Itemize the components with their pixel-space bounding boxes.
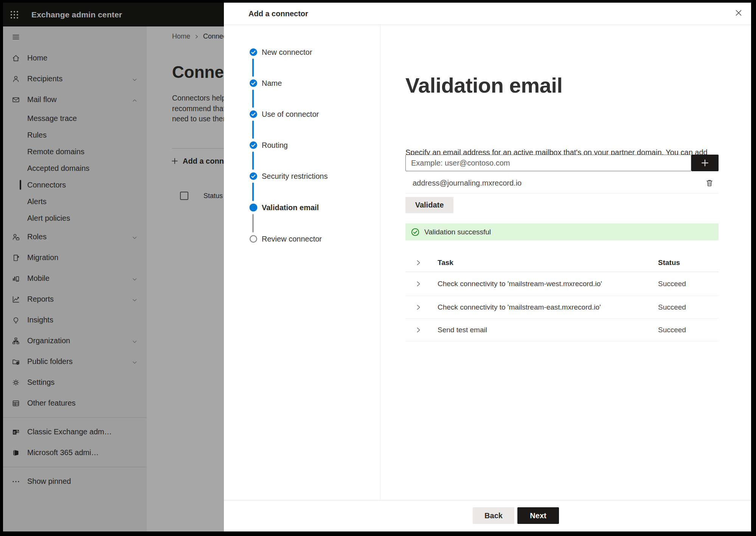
status-cell: Succeed — [658, 280, 686, 288]
table-row[interactable]: Check connectivity to 'mailstream-east.m… — [405, 296, 719, 319]
status-cell: Succeed — [658, 303, 686, 311]
task-cell: Send test email — [438, 326, 487, 334]
chevron-right-icon[interactable] — [415, 327, 422, 333]
panel-header-divider — [224, 25, 751, 25]
section-divider — [405, 193, 719, 194]
task-cell: Check connectivity to 'mailstream-east.m… — [438, 303, 601, 311]
validation-success-banner: Validation successful — [405, 223, 719, 240]
table-row[interactable]: Check connectivity to 'mailstream-west.m… — [405, 272, 719, 296]
plus-icon — [700, 158, 710, 168]
task-column-header: Task — [438, 259, 453, 267]
step-connector-line — [252, 59, 254, 77]
address-value: address@journaling.mxrecord.io — [413, 179, 522, 187]
step-review-connector[interactable]: Review connector — [249, 233, 322, 245]
step-use-of-connector[interactable]: Use of connector — [249, 108, 319, 120]
success-check-icon — [411, 228, 419, 236]
chevron-right-icon[interactable] — [415, 259, 422, 266]
add-connector-panel: Add a connector New connector Name Use o… — [224, 3, 751, 531]
trash-icon — [705, 178, 714, 187]
chevron-right-icon[interactable] — [415, 280, 422, 287]
step-connector-line — [252, 90, 254, 108]
task-cell: Check connectivity to 'mailstream-west.m… — [438, 280, 602, 288]
close-icon — [734, 8, 743, 17]
step-complete-icon — [249, 79, 258, 87]
panel-title: Add a connector — [248, 9, 308, 18]
step-active-icon — [249, 203, 258, 212]
step-connector-line — [252, 214, 254, 232]
chevron-right-icon[interactable] — [415, 304, 422, 311]
close-button[interactable] — [732, 6, 745, 19]
app-window: Exchange admin center Home Recipients Ma… — [3, 3, 751, 531]
next-button[interactable]: Next — [517, 507, 559, 524]
back-button[interactable]: Back — [473, 507, 514, 524]
step-connector-line — [252, 183, 254, 201]
step-routing[interactable]: Routing — [249, 139, 288, 151]
step-security-restrictions[interactable]: Security restrictions — [249, 170, 328, 182]
status-column-header: Status — [658, 259, 680, 267]
step-complete-icon — [249, 141, 258, 149]
step-validation-email[interactable]: Validation email — [249, 201, 319, 214]
email-address-input[interactable] — [405, 155, 691, 171]
panel-heading: Validation email — [405, 73, 562, 98]
table-header-row: Task Status — [405, 253, 719, 272]
success-message: Validation successful — [424, 228, 491, 236]
step-pending-icon — [249, 235, 258, 243]
step-complete-icon — [249, 110, 258, 118]
address-list-item: address@journaling.mxrecord.io — [413, 178, 719, 188]
add-address-button[interactable] — [691, 155, 719, 171]
status-cell: Succeed — [658, 326, 686, 334]
stepper-divider — [380, 25, 380, 500]
validate-button[interactable]: Validate — [405, 197, 453, 213]
step-name[interactable]: Name — [249, 77, 282, 89]
delete-address-button[interactable] — [705, 178, 714, 187]
step-new-connector[interactable]: New connector — [249, 46, 312, 58]
step-complete-icon — [249, 48, 258, 56]
validation-task-table: Task Status Check connectivity to 'mails… — [405, 253, 719, 341]
step-connector-line — [252, 152, 254, 170]
step-connector-line — [252, 121, 254, 139]
footer-divider — [224, 500, 751, 500]
step-complete-icon — [249, 172, 258, 180]
table-row[interactable]: Send test email Succeed — [405, 319, 719, 341]
